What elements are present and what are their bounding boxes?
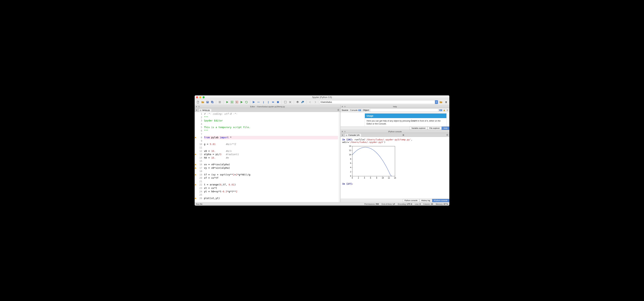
- rerun-button[interactable]: [244, 100, 249, 104]
- help-header-title: Help: [340, 106, 449, 108]
- preferences-button[interactable]: [295, 100, 300, 104]
- svg-text:4: 4: [350, 167, 351, 168]
- run-cell-button[interactable]: [230, 100, 234, 104]
- help-tab-variable-explorer[interactable]: Variable explorer: [410, 127, 428, 130]
- status-eol: End-of-lines: LF: [382, 203, 395, 205]
- svg-text:8: 8: [376, 177, 377, 179]
- new-file-button[interactable]: [196, 100, 200, 104]
- svg-text:6: 6: [350, 162, 351, 164]
- close-console-icon[interactable]: ⊗: [346, 134, 348, 137]
- browse-dir-button[interactable]: [439, 100, 443, 104]
- ipy-in-26-prompt: In [26]:: [342, 138, 353, 141]
- ipy-options-icon[interactable]: ⚙: [445, 133, 449, 137]
- outline-button[interactable]: [218, 100, 222, 104]
- run-button[interactable]: [225, 100, 230, 104]
- editor-tabbar: ▸ ⊗ temp.py ⚙: [195, 108, 340, 112]
- plot-output: 0246810121402468101214: [346, 145, 448, 180]
- close-tab-icon[interactable]: ⊗: [200, 109, 202, 112]
- console-bottom-tabs: Python consoleHistory logIPython console: [340, 199, 449, 202]
- console-tab-python-console[interactable]: Python console: [403, 199, 420, 202]
- console-tab[interactable]: ⊗ Console 1/A: [345, 133, 362, 137]
- svg-text:2: 2: [350, 171, 351, 173]
- debug-step-button[interactable]: [256, 100, 261, 104]
- back-button[interactable]: [308, 100, 312, 104]
- ipython-pane: ⊗ ⊙ IPython console ▸ ⊗ Console 1/A ▦ ⚙: [340, 130, 449, 202]
- svg-point-9: [297, 102, 298, 102]
- console-tab-history-log[interactable]: History log: [420, 199, 432, 202]
- help-source-label: Source: [342, 109, 348, 111]
- restart-kernel-button[interactable]: [288, 100, 292, 104]
- titlebar: Spyder (Python 3.5): [195, 95, 449, 99]
- editor-options-icon[interactable]: ⚙: [336, 108, 340, 112]
- usage-title: Usage: [365, 114, 446, 118]
- help-pane: ⊗ ⊙ Help Source Console▼ Object ▼ 🔓 ⚙: [340, 105, 449, 130]
- debug-stop-button[interactable]: [276, 100, 280, 104]
- ipy-tablist-icon[interactable]: ▸: [340, 133, 345, 137]
- open-file-button[interactable]: [200, 100, 205, 104]
- debug-continue-button[interactable]: [271, 100, 275, 104]
- editor-pane-header: ⊗ ⊙ Editor - /Users/ludus/.spyder-py3/te…: [195, 105, 340, 108]
- svg-text:10: 10: [349, 154, 351, 156]
- save-all-button[interactable]: [210, 100, 214, 104]
- status-line: Line: 8: [415, 203, 420, 205]
- app-title: Spyder (Python 3.5): [195, 96, 449, 99]
- interrupt-kernel-button[interactable]: [283, 100, 288, 104]
- file-tab-label: temp.py: [202, 109, 210, 111]
- help-close-icon[interactable]: ⊗: [341, 106, 343, 108]
- svg-text:4: 4: [364, 177, 365, 179]
- svg-text:12: 12: [349, 149, 351, 151]
- ipy-in-27-prompt: In [27]:: [342, 183, 353, 185]
- svg-text:12: 12: [388, 177, 390, 179]
- ipy-pause-icon[interactable]: ▦: [402, 134, 404, 136]
- help-source-select[interactable]: Console▼: [349, 109, 362, 112]
- help-lock-icon[interactable]: 🔓: [443, 109, 445, 111]
- help-object-dropdown[interactable]: ▼: [439, 109, 442, 111]
- maximize-window-button[interactable]: [202, 96, 205, 98]
- help-undock-icon[interactable]: ⊙: [344, 106, 346, 108]
- svg-text:8: 8: [350, 158, 351, 160]
- svg-text:2: 2: [358, 177, 359, 179]
- main-toolbar: ▼: [195, 99, 449, 105]
- code-editor[interactable]: 1234567891011121314151617181920212223242…: [195, 112, 340, 202]
- undock-pane-icon[interactable]: ⊙: [198, 106, 200, 108]
- file-tab-temp[interactable]: ⊗ temp.py: [199, 109, 212, 112]
- help-object-input[interactable]: [370, 109, 438, 112]
- console-tab-label: Console 1/A: [348, 134, 360, 136]
- ipython-console[interactable]: In [26]: runfile('/Users/ludus/.spyder-p…: [340, 137, 449, 199]
- close-window-button[interactable]: [196, 96, 198, 98]
- editor-scrollbar[interactable]: [339, 112, 340, 202]
- help-tab-help[interactable]: Help: [442, 127, 449, 130]
- working-directory-input[interactable]: [319, 100, 437, 104]
- debug-button[interactable]: [252, 100, 256, 104]
- run-selection-button[interactable]: [240, 100, 244, 104]
- app-window: Spyder (Python 3.5): [195, 95, 449, 206]
- working-directory-dropdown[interactable]: ▼: [435, 100, 438, 104]
- minimize-window-button[interactable]: [199, 96, 201, 98]
- parent-dir-button[interactable]: [444, 100, 448, 104]
- close-pane-icon[interactable]: ⊗: [195, 106, 198, 108]
- help-tab-file-explorer[interactable]: File explorer: [428, 127, 442, 130]
- forward-button[interactable]: [313, 100, 318, 104]
- save-button[interactable]: [205, 100, 210, 104]
- status-encoding: Encoding: UTF-8: [398, 203, 412, 205]
- trajectory-chart: 0246810121402468101214: [346, 145, 396, 180]
- svg-point-10: [302, 101, 302, 101]
- help-options-icon[interactable]: ⚙: [446, 109, 448, 111]
- svg-text:0: 0: [352, 177, 353, 179]
- file-list-icon[interactable]: ▸: [195, 108, 199, 112]
- debug-step-into-button[interactable]: [261, 100, 266, 104]
- svg-text:14: 14: [349, 145, 351, 147]
- usage-text: Here you can get help of any object by p…: [365, 118, 446, 126]
- status-column: Column: 20: [423, 203, 433, 205]
- python-path-button[interactable]: [300, 100, 305, 104]
- ipy-close-icon[interactable]: ⊗: [341, 131, 343, 133]
- run-cell-advance-button[interactable]: [234, 100, 239, 104]
- ipy-undock-icon[interactable]: ⊙: [344, 131, 346, 133]
- editor-pane: ⊗ ⊙ Editor - /Users/ludus/.spyder-py3/te…: [195, 105, 340, 202]
- statusbar: Run file Permissions: RW End-of-lines: L…: [195, 202, 449, 206]
- debug-step-out-button[interactable]: [266, 100, 270, 104]
- status-permissions: Permissions: RW: [364, 203, 379, 205]
- console-tab-ipython-console[interactable]: IPython console: [432, 199, 449, 202]
- editor-header-title: Editor - /Users/ludus/.spyder-py3/temp.p…: [195, 106, 340, 108]
- svg-text:6: 6: [370, 177, 371, 179]
